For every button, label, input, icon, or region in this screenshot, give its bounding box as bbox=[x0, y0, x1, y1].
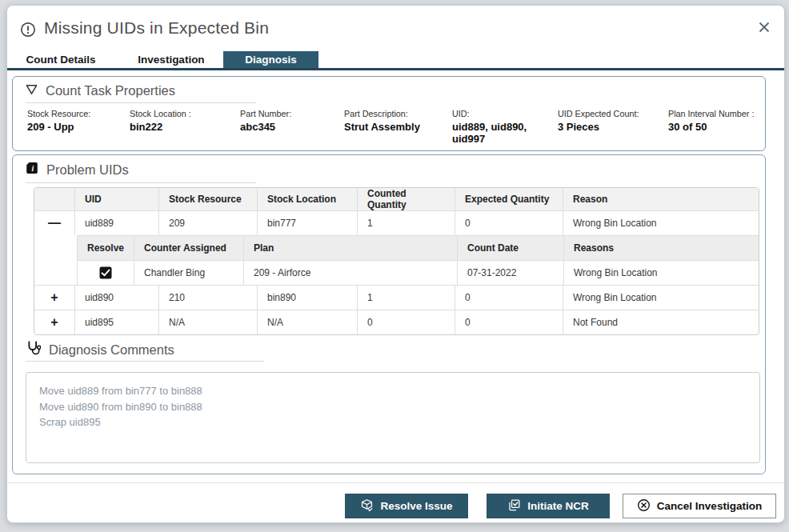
diagnosis-comments-title: Diagnosis Comments bbox=[26, 341, 174, 359]
table-row-uid895: + uid895 N/A N/A 0 0 Not Found bbox=[34, 310, 759, 334]
comment-line: Scrap uid895 bbox=[39, 414, 747, 430]
field-part-number: Part Number: abc345 bbox=[240, 109, 344, 145]
svg-text:i: i bbox=[32, 164, 34, 173]
row-detail-subtable-wrap: Resolve Counter Assigned Plan Count Date… bbox=[34, 235, 759, 285]
subheader-counter-assigned: Counter Assigned bbox=[134, 235, 243, 260]
footer-divider bbox=[7, 482, 784, 483]
field-plan-interval-number: Plan Interval Number : 30 of 50 bbox=[668, 109, 759, 145]
subheader-resolve: Resolve bbox=[78, 235, 134, 260]
cancel-circle-x-icon bbox=[637, 498, 651, 514]
section-underline bbox=[26, 182, 256, 183]
section-underline bbox=[26, 102, 256, 103]
table-row-uid890: + uid890 210 bin890 1 0 Wrong Bin Locati… bbox=[34, 285, 759, 310]
subtable-data-row: Chandler Bing 209 - Airforce 07-31-2022 … bbox=[78, 260, 759, 285]
expand-row-button[interactable]: + bbox=[50, 316, 58, 329]
section-underline bbox=[26, 361, 264, 362]
close-button[interactable] bbox=[754, 18, 775, 39]
stethoscope-icon bbox=[26, 341, 41, 359]
subtable-header-row: Resolve Counter Assigned Plan Count Date… bbox=[78, 235, 759, 260]
header-counted-quantity: Counted Quantity bbox=[357, 188, 455, 210]
clipboard-check-icon bbox=[507, 498, 521, 514]
resolve-issue-button[interactable]: Resolve Issue bbox=[345, 494, 468, 518]
header-uid: UID bbox=[74, 188, 158, 210]
header-expected-quantity: Expected Quantity bbox=[455, 188, 563, 210]
dialog-missing-uids: Missing UIDs in Expected Bin Count Detai… bbox=[6, 5, 785, 523]
tab-count-details[interactable]: Count Details bbox=[17, 51, 105, 68]
subheader-reasons: Reasons bbox=[563, 235, 759, 260]
tab-underline bbox=[7, 68, 784, 70]
header-stock-location: Stock Location bbox=[257, 188, 357, 210]
field-uid: UID: uid889, uid890, uid997 bbox=[452, 109, 558, 145]
problem-uids-panel: i Problem UIDs UID Stock Resource Stock … bbox=[12, 154, 766, 474]
table-header-row: UID Stock Resource Stock Location Counte… bbox=[34, 188, 759, 210]
tab-diagnosis[interactable]: Diagnosis bbox=[223, 51, 318, 68]
comment-line: Move uid889 from bin777 to bin888 bbox=[39, 383, 747, 399]
field-stock-location: Stock Location : bin222 bbox=[130, 109, 240, 145]
header-stock-resource: Stock Resource bbox=[158, 188, 257, 210]
tag-info-icon: i bbox=[26, 162, 38, 178]
table-row-uid889: — uid889 209 bin777 1 0 Wrong Bin Locati… bbox=[34, 210, 759, 235]
dialog-title: Missing UIDs in Expected Bin bbox=[44, 18, 269, 38]
collapse-triangle-icon[interactable] bbox=[26, 83, 38, 98]
package-check-icon bbox=[360, 498, 374, 514]
row-detail-subtable: Resolve Counter Assigned Plan Count Date… bbox=[77, 235, 759, 285]
comment-line: Move uid890 from bin890 to bin888 bbox=[39, 399, 747, 415]
diagnosis-comments-box[interactable]: Move uid889 from bin777 to bin888 Move u… bbox=[26, 372, 760, 463]
count-task-fields: Stock Resource: 209 - Upp Stock Location… bbox=[27, 109, 759, 145]
count-task-properties-title: Count Task Properties bbox=[26, 83, 175, 98]
subheader-plan: Plan bbox=[243, 235, 457, 260]
problem-uids-table: UID Stock Resource Stock Location Counte… bbox=[34, 187, 759, 335]
field-part-description: Part Description: Strut Assembly bbox=[344, 109, 452, 145]
header-reason: Reason bbox=[563, 188, 759, 210]
expand-row-button[interactable]: + bbox=[50, 291, 58, 304]
subtable-indent bbox=[34, 235, 77, 285]
count-task-properties-panel: Count Task Properties Stock Resource: 20… bbox=[12, 76, 766, 151]
alert-info-icon bbox=[20, 22, 36, 38]
initiate-ncr-button[interactable]: Initiate NCR bbox=[487, 494, 610, 518]
close-icon bbox=[758, 21, 771, 37]
header-expand bbox=[34, 188, 74, 210]
tab-investigation[interactable]: Investigation bbox=[131, 51, 211, 68]
field-uid-expected-count: UID Expected Count: 3 Pieces bbox=[558, 109, 668, 145]
subheader-count-date: Count Date bbox=[457, 235, 563, 260]
resolve-checkbox[interactable] bbox=[99, 266, 112, 279]
field-stock-resource: Stock Resource: 209 - Upp bbox=[27, 109, 130, 145]
cancel-investigation-button[interactable]: Cancel Investigation bbox=[623, 494, 776, 518]
problem-uids-title: i Problem UIDs bbox=[26, 162, 129, 178]
collapse-row-button[interactable]: — bbox=[48, 217, 61, 230]
